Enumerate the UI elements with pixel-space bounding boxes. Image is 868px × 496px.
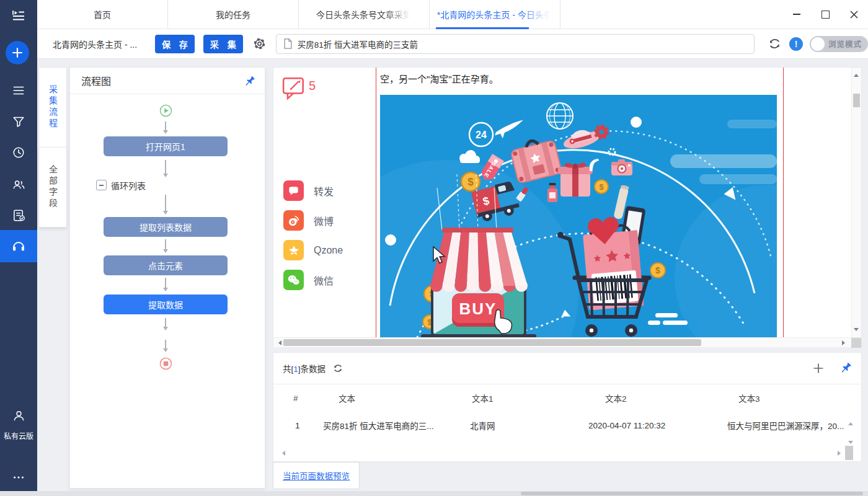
flow-node-extract-list[interactable]: 提取列表数据: [104, 217, 228, 237]
scroll-right-icon[interactable]: [838, 451, 843, 456]
scrollbar-thumb[interactable]: [283, 339, 701, 346]
loop-collapse-button[interactable]: [96, 180, 107, 190]
browse-mode-toggle[interactable]: 浏览模式: [810, 36, 868, 52]
flow-node-extract-data[interactable]: 提取数据: [104, 294, 228, 314]
menu-icon[interactable]: [0, 79, 37, 102]
close-icon: [850, 11, 858, 19]
data-panel-header: 共[1]条数据: [273, 353, 861, 384]
task-name: 北青网的头条主页 - ...: [53, 38, 152, 50]
pin-icon[interactable]: [840, 361, 852, 374]
svg-text:$: $: [467, 176, 474, 188]
share-item-qzone[interactable]: Qzone: [283, 240, 343, 260]
flow-node-loop-list[interactable]: 循环列表: [111, 179, 146, 192]
scroll-left-icon[interactable]: [280, 451, 285, 456]
add-task-button[interactable]: [6, 41, 29, 64]
data-preview-panel: 共[1]条数据 # 文本 文本1 文本2 文本3 1 买房: [273, 352, 862, 462]
history-icon[interactable]: [0, 141, 37, 164]
svg-text:24: 24: [476, 130, 487, 140]
add-field-icon[interactable]: [812, 361, 825, 375]
flowchart-panel: 流程图 打开网页1 循环列表 提取列表数据 点击元素 提取数据: [69, 67, 265, 489]
minimize-button[interactable]: [782, 0, 811, 29]
sidebar: 私有云版: [0, 0, 37, 491]
vtab-all-fields[interactable]: 全部字段: [38, 147, 67, 228]
scrollbar-thumb[interactable]: [521, 492, 863, 495]
flowchart-header: 流程图: [70, 68, 265, 94]
weibo-icon: [283, 210, 304, 231]
scroll-up-icon[interactable]: [848, 420, 853, 425]
scroll-right-icon[interactable]: [842, 340, 848, 345]
qzone-star-icon: [283, 240, 304, 260]
alert-icon[interactable]: !: [789, 37, 803, 51]
flow-node-click-element[interactable]: 点击元素: [104, 255, 228, 275]
tab-current-page-data-preview[interactable]: 当前页面数据预览: [273, 462, 360, 489]
webpage-preview-panel: 5 转发 微博 Qzone: [273, 67, 862, 347]
data-count: 共[1]条数据: [283, 362, 326, 374]
close-button[interactable]: [839, 0, 868, 29]
form-icon[interactable]: [0, 204, 37, 226]
flowchart-title: 流程图: [81, 73, 244, 88]
scroll-left-icon[interactable]: [276, 340, 281, 345]
chat-bubble-icon: [283, 180, 304, 201]
task-toolbar: 北青网的头条主页 - ... 保 存 采 集 买房81折 恒大进军电商的三支箭 …: [37, 29, 868, 59]
url-value: 买房81折 恒大进军电商的三支箭: [298, 38, 418, 50]
save-button[interactable]: 保 存: [155, 35, 195, 53]
maximize-button[interactable]: [811, 0, 839, 29]
share-item-weibo[interactable]: 微博: [283, 210, 334, 231]
preview-vertical-scrollbar[interactable]: [851, 68, 861, 337]
flow-connector: [165, 160, 166, 176]
tab-my-tasks[interactable]: 我的任务: [168, 0, 299, 29]
filter-icon[interactable]: [0, 110, 37, 133]
article-text[interactable]: 空，另一个"淘宝"正在孕育。: [380, 72, 498, 85]
refresh-data-icon[interactable]: [333, 363, 343, 373]
flow-connector: [165, 318, 166, 329]
scroll-up-icon[interactable]: [854, 71, 859, 77]
svg-text:$: $: [599, 182, 604, 192]
share-item-forward[interactable]: 转发: [283, 180, 334, 201]
minimize-icon: [793, 14, 800, 15]
collapse-panel-icon[interactable]: [0, 4, 37, 27]
toggle-knob: [811, 37, 825, 51]
scroll-down-icon[interactable]: [854, 328, 859, 334]
url-input[interactable]: 买房81折 恒大进军电商的三支箭: [276, 34, 755, 54]
svg-text:BUY: BUY: [459, 299, 497, 318]
comment-count: 5: [309, 79, 316, 93]
selection-border-right: [783, 68, 784, 337]
workspace: 采集流程 全部字段 流程图 打开网页1 循环列表: [37, 59, 868, 491]
share-item-wechat[interactable]: 微信: [283, 270, 334, 290]
flow-connector: [165, 239, 166, 252]
selection-border-left: [376, 68, 376, 337]
scrollbar-corner: [851, 338, 861, 348]
tab-toutiao-task[interactable]: 今日头条头条号文章采集: [299, 0, 430, 29]
refresh-icon[interactable]: [768, 37, 781, 50]
vtab-collect-flow[interactable]: 采集流程: [38, 67, 67, 148]
preview-horizontal-scrollbar[interactable]: [273, 337, 861, 347]
tab-home[interactable]: 首页: [37, 0, 168, 29]
scrollbar-thumb[interactable]: [853, 94, 860, 107]
table-row[interactable]: 1 买房81折 恒大进军电商的三... 北青网 2020-04-07 11:20…: [273, 412, 851, 438]
tab-current-task-active[interactable]: *北青网的头条主页 - 今日头条: [430, 0, 560, 29]
wechat-icon: [283, 270, 304, 290]
flow-end-icon[interactable]: [159, 357, 172, 370]
document-icon: [283, 38, 293, 49]
more-icon[interactable]: [0, 466, 37, 489]
flow-node-open-page[interactable]: 打开网页1: [104, 136, 228, 156]
collect-button[interactable]: 采 集: [203, 35, 243, 53]
flowchart-canvas[interactable]: 打开网页1 循环列表 提取列表数据 点击元素 提取数据: [70, 94, 265, 489]
edition-label: 私有云版: [0, 430, 37, 441]
top-tabbar: 首页 我的任务 今日头条头条号文章采集 *北青网的头条主页 - 今日头条: [37, 0, 868, 29]
browse-mode-label: 浏览模式: [828, 38, 862, 50]
sidebar-item-headset-active[interactable]: [0, 230, 37, 262]
flow-connector: [165, 195, 166, 213]
flow-start-icon[interactable]: [159, 104, 172, 117]
flow-connector: [165, 122, 166, 133]
flow-connector: [165, 340, 166, 351]
app-horizontal-scrollbar[interactable]: [0, 491, 868, 496]
settings-icon[interactable]: [252, 37, 267, 51]
pin-icon[interactable]: [244, 75, 256, 87]
article-illustration[interactable]: 24: [380, 95, 777, 337]
scrollbar-thumb[interactable]: [845, 446, 853, 460]
svg-text:$: $: [655, 265, 660, 275]
comment-edit-icon[interactable]: [282, 76, 307, 100]
team-icon[interactable]: [0, 173, 37, 195]
user-icon[interactable]: [0, 404, 37, 427]
